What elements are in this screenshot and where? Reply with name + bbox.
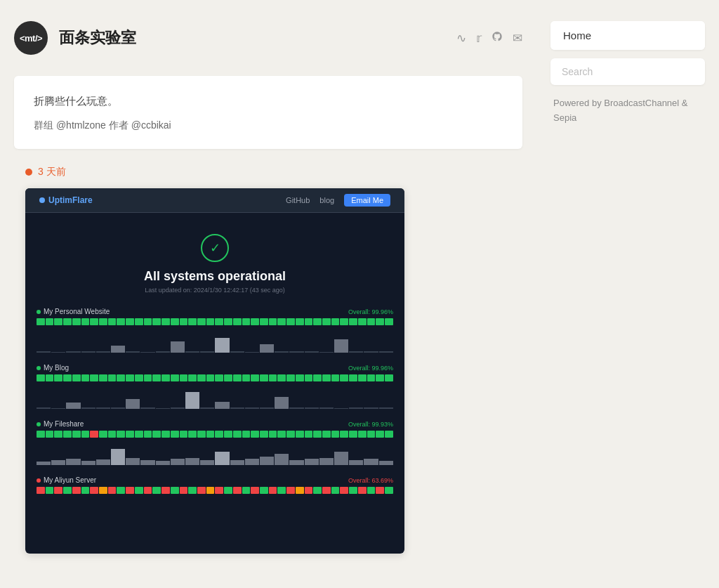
main-content: <mt/> 面条实验室 ∿ 𝕣 ✉ 折腾些什么玩意。 群组 @htmlzone … — [14, 21, 522, 554]
uf-service-pct-1: Overall: 99.96% — [348, 308, 393, 315]
uf-nav-github: GitHub — [286, 196, 310, 204]
twitter-icon[interactable]: 𝕣 — [476, 31, 482, 46]
sidebar-search-container — [550, 58, 705, 85]
uf-service-header-3: My Fileshare Overall: 99.93% — [37, 420, 393, 428]
uf-service-header-1: My Personal Website Overall: 99.96% — [37, 308, 393, 315]
uf-bar-row-1 — [37, 318, 393, 325]
uf-service-1: My Personal Website Overall: 99.96% — [37, 308, 393, 353]
uf-brand-dot — [39, 197, 45, 203]
rss-icon[interactable]: ∿ — [456, 31, 466, 46]
uf-chart-1 — [37, 328, 393, 353]
post-time: 3 天前 — [38, 166, 66, 178]
header-icons: ∿ 𝕣 ✉ — [456, 31, 522, 46]
uf-service-4: My Aliyun Server Overall: 63.69% — [37, 476, 393, 494]
uf-service-dot-3 — [37, 422, 41, 426]
site-title: 面条实验室 — [59, 27, 445, 48]
uf-nav-email: Email Me — [344, 194, 390, 207]
sidebar-item-home[interactable]: Home — [550, 21, 705, 50]
uf-service-name-2: My Blog — [37, 364, 69, 372]
uf-service-header-2: My Blog Overall: 99.96% — [37, 364, 393, 372]
uf-service-name-4: My Aliyun Server — [37, 476, 96, 484]
uf-hero: All systems operational Last updated on:… — [25, 213, 404, 308]
uf-bar-row-3 — [37, 431, 393, 438]
post-screenshot: UptimFlare GitHub blog Email Me All syst… — [25, 188, 404, 554]
uf-status-title: All systems operational — [39, 269, 390, 284]
uf-chart-3 — [37, 440, 393, 465]
uf-nav: GitHub blog Email Me — [286, 194, 390, 207]
uf-services: My Personal Website Overall: 99.96% — [25, 308, 404, 516]
site-header: <mt/> 面条实验室 ∿ 𝕣 ✉ — [14, 21, 522, 55]
sidebar: Home Powered by BroadcastChannel & Sepia — [550, 21, 705, 554]
uf-status-sub: Last updated on: 2024/1/30 12:42:17 (43 … — [39, 287, 390, 294]
sidebar-powered-text: Powered by BroadcastChannel & Sepia — [550, 96, 705, 126]
uf-nav-blog: blog — [319, 196, 334, 204]
uf-service-dot-2 — [37, 366, 41, 370]
post-time-row: 3 天前 — [25, 166, 522, 178]
uf-service-pct-3: Overall: 99.93% — [348, 421, 393, 428]
intro-description: 折腾些什么玩意。 — [34, 93, 503, 110]
uf-service-dot-4 — [37, 478, 41, 483]
uf-service-name-1: My Personal Website — [37, 308, 110, 315]
uf-service-pct-2: Overall: 99.96% — [348, 365, 393, 372]
uf-service-2: My Blog Overall: 99.96% — [37, 364, 393, 409]
github-icon[interactable] — [492, 31, 503, 46]
uf-brand: UptimFlare — [39, 195, 93, 205]
site-logo: <mt/> — [14, 21, 48, 55]
post-dot — [25, 169, 32, 176]
uf-chart-2 — [37, 384, 393, 409]
post-entry: 3 天前 UptimFlare GitHub blog Email Me — [14, 166, 522, 554]
telegram-icon[interactable]: ✉ — [513, 31, 522, 46]
uf-service-name-3: My Fileshare — [37, 420, 84, 428]
uf-service-pct-4: Overall: 63.69% — [348, 477, 393, 484]
uf-topbar: UptimFlare GitHub blog Email Me — [25, 188, 404, 213]
uptimeflare-preview: UptimFlare GitHub blog Email Me All syst… — [25, 188, 404, 554]
uf-bar-row-2 — [37, 374, 393, 381]
sidebar-nav: Home — [550, 21, 705, 50]
uf-service-3: My Fileshare Overall: 99.93% — [37, 420, 393, 465]
uf-bar-row-4 — [37, 487, 393, 494]
intro-meta: 群组 @htmlzone 作者 @ccbikai — [34, 119, 503, 132]
uf-check-icon — [201, 234, 229, 262]
uf-service-header-4: My Aliyun Server Overall: 63.69% — [37, 476, 393, 484]
intro-card: 折腾些什么玩意。 群组 @htmlzone 作者 @ccbikai — [14, 76, 522, 149]
uf-service-dot-1 — [37, 310, 41, 314]
search-input[interactable] — [550, 58, 705, 85]
